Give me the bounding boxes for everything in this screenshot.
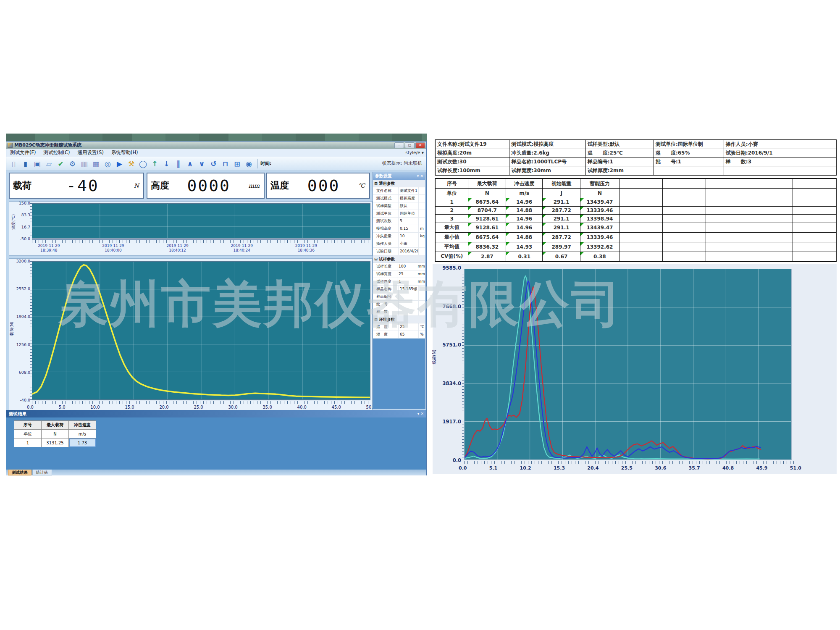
start-test-icon[interactable]: ▶ [114,158,125,169]
cell-r2c1: 3131.25 [42,438,69,447]
param-section-header[interactable]: ⊟ 试样参数 [373,255,425,263]
tick-label: 16.7 [21,225,30,229]
new-file-icon[interactable]: ▯ [8,158,19,169]
stop-ring-icon[interactable]: ◯ [137,158,149,169]
param-unit [419,293,425,300]
param-unit: mm [416,278,425,285]
clean-icon[interactable]: ⚒ [126,158,137,169]
param-value[interactable]: 测试文件1 [399,187,419,194]
pin-icon[interactable]: ▾ [417,412,420,416]
cell-r8c9 [793,252,836,261]
tick-label: 608.0 [19,370,30,374]
menu-item[interactable]: 通用设置(S) [74,150,108,156]
tick-label: 15.3 [554,465,565,471]
x-tick-timestamp: 2019-11-2918:40:00 [102,244,124,253]
param-value[interactable] [399,293,419,300]
menu-item[interactable]: 系统帮助(H) [108,150,142,156]
cell-r0c1: 测试模式:模拟高度 [509,140,585,149]
close-icon[interactable]: ✕ [420,174,423,178]
param-value[interactable]: 65 [399,331,419,338]
maximize-button[interactable]: ▢ [405,142,415,148]
param-value[interactable]: 国际单位制 [399,210,419,217]
parameter-panel-header[interactable]: 参数设置 ▾ ✕ [373,172,425,180]
open-file-icon[interactable]: ▮ [20,158,31,169]
cell-r3c4: 13339.46 [580,206,620,215]
report-chart-panel: 载荷(N) 9585.07668.05751.03834.01917.00.0 … [433,264,837,474]
cell-r5c6 [663,223,706,232]
pin-icon[interactable]: ▾ [417,174,419,178]
report-plot[interactable] [464,269,792,460]
tick-label: 45.9 [756,465,767,471]
param-value[interactable]: 2016/4/20 [399,248,419,255]
param-section-header[interactable]: ⊟ 环境参数 [373,316,425,323]
gauge-icon[interactable]: ◎ [102,158,113,169]
param-value[interactable] [399,308,419,315]
param-value[interactable]: 15-185螺丝带 [399,286,419,293]
param-label: 测试模式 [373,195,399,202]
save-file-icon[interactable]: ▣ [32,158,43,169]
test-results-icons: ▾ ✕ [417,410,424,417]
jog-up-icon[interactable]: ∧ [184,158,196,169]
param-label: 试样类型 [373,202,399,210]
tick-label: 10.0 [90,405,100,410]
title-bar[interactable]: MB029C动态冲击颠簸试验系统 ─ ▢ ✕ [6,142,426,149]
param-value[interactable] [399,301,419,308]
tick-label: 5.0 [59,405,66,410]
cell-r6c9 [793,232,836,242]
cell-r6c7 [706,232,749,242]
close-button[interactable]: ✕ [415,142,425,148]
height-display-label: 高度 [147,179,169,192]
param-value[interactable]: 小田 [399,240,419,247]
test-results-header[interactable]: 测试结果 ▾ ✕ [6,410,426,417]
test-curve-2-blue [465,281,761,459]
param-value[interactable]: 5 [399,218,419,225]
param-value[interactable]: 25 [399,323,419,331]
cell-r1c3: J [543,189,580,198]
app-icon [8,143,13,148]
cell-r2c2[interactable]: 1.73 [69,438,96,447]
minimize-button[interactable]: ─ [394,142,404,148]
panel-layout-icon[interactable]: ⊞ [231,158,243,169]
storage-card-icon[interactable]: ▦ [90,158,102,169]
lower-arrow-icon[interactable]: ↓ [161,158,172,169]
menu-style-selector[interactable]: style/e ▾ [405,150,424,155]
power-icon[interactable]: ◉ [243,158,255,169]
param-unit [419,286,425,293]
bottom-tab-1[interactable]: 测试结果 [8,470,32,475]
close-icon[interactable]: ✕ [420,412,424,416]
param-value[interactable]: 0.15 [399,225,419,232]
connect-check-icon[interactable]: ✔ [55,158,66,169]
param-value[interactable]: 10 [399,233,419,240]
param-value[interactable]: 1 [397,278,416,285]
menu-item[interactable]: 测试控制(C) [40,150,74,156]
param-row: 批 号 [373,301,425,308]
parameter-panel-icons: ▾ ✕ [417,172,423,180]
raise-arrow-icon[interactable]: ↑ [149,158,160,169]
tick-label: 0.0 [27,405,34,410]
param-section-header[interactable]: ⊟ 通用参数 [373,180,425,187]
cell-r3c5 [619,206,662,215]
reset-undo-icon[interactable]: ↺ [208,158,219,169]
load-display-label: 载荷 [10,179,32,192]
temperature-plot[interactable] [32,203,370,239]
jog-down-icon[interactable]: ∨ [196,158,207,169]
cell-r0c2: 冲击速度 [69,421,96,430]
pause-icon[interactable]: ‖ [173,158,184,169]
param-value[interactable]: 默认 [399,202,419,210]
device-icon[interactable]: ▥ [79,158,90,169]
lock-icon[interactable]: ⊓ [220,158,231,169]
param-value[interactable]: 模拟高度 [399,195,419,202]
cell-r0c2: 试样类型:默认 [585,140,654,149]
param-value[interactable]: 25 [397,270,416,278]
time-label: 时间: [260,160,271,167]
settings-gear-icon[interactable]: ⚙ [67,158,78,169]
load-plot[interactable] [32,261,370,400]
cell-r4c1: 9128.61 [468,215,506,223]
param-value[interactable]: 100 [397,263,416,270]
menu-item[interactable]: 测试文件(F) [6,150,40,156]
close-file-icon[interactable]: ▱ [43,158,55,169]
bottom-tab-2[interactable]: 统计值 [32,470,52,475]
cell-r0c9 [793,179,836,189]
cell-r1c7 [706,189,749,198]
cell-r4c2: 14.96 [506,215,543,223]
